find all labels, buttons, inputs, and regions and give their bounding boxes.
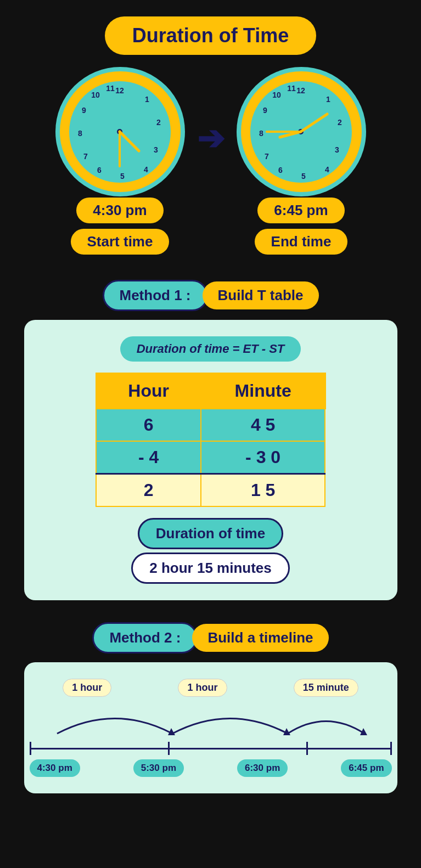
svg-text:4: 4 — [325, 165, 329, 174]
svg-text:2: 2 — [156, 118, 161, 127]
svg-text:10: 10 — [272, 91, 281, 99]
time-node-1: 5:30 pm — [133, 759, 184, 777]
duration-label: Duration of time — [138, 518, 283, 549]
clock2-wrapper: 12 1 2 3 4 5 6 7 8 9 10 11 — [241, 71, 362, 255]
svg-text:4: 4 — [144, 165, 148, 174]
svg-text:9: 9 — [82, 106, 86, 115]
page-title: Duration of Time — [105, 16, 316, 55]
method1-formula: Duration of time = ET - ST — [120, 336, 301, 362]
method2-title: Build a timeline — [192, 624, 328, 652]
clock2-inner: 12 1 2 3 4 5 6 7 8 9 10 11 — [250, 81, 352, 183]
clock2-time: 6:45 pm — [257, 198, 344, 223]
svg-text:7: 7 — [83, 152, 88, 161]
svg-text:2: 2 — [338, 118, 342, 127]
clocks-section: 12 1 2 3 4 5 6 7 8 9 10 11 — [11, 71, 410, 255]
clock2-svg: 12 1 2 3 4 5 6 7 8 9 10 11 — [250, 81, 352, 183]
timeline-section: 1 hour 1 hour 15 minute — [30, 679, 392, 777]
time-node-2: 6:30 pm — [237, 759, 288, 777]
arrow-right-icon: ➔ — [197, 119, 224, 157]
clock1-wrapper: 12 1 2 3 4 5 6 7 8 9 10 11 — [60, 71, 181, 255]
svg-text:6: 6 — [97, 166, 102, 174]
bar-2 — [170, 748, 306, 749]
method1-label: Method 1 : — [103, 280, 208, 311]
clock2-outer: 12 1 2 3 4 5 6 7 8 9 10 11 — [241, 71, 362, 192]
bar-1 — [31, 748, 168, 749]
svg-text:1: 1 — [145, 95, 149, 104]
svg-text:12: 12 — [115, 86, 124, 95]
t-table-row3-hour: 2 — [96, 474, 201, 507]
method2-header: Method 2 : Build a timeline — [92, 622, 328, 653]
svg-text:12: 12 — [296, 86, 305, 95]
time-node-3: 6:45 pm — [341, 759, 391, 777]
svg-text:8: 8 — [78, 129, 82, 138]
timeline-arcs-svg — [35, 698, 386, 742]
t-table-header-minute: Minute — [201, 374, 325, 409]
svg-text:3: 3 — [335, 145, 339, 154]
svg-line-30 — [301, 114, 327, 132]
svg-text:11: 11 — [106, 84, 115, 93]
svg-text:8: 8 — [259, 129, 263, 138]
clock1-time: 4:30 pm — [76, 198, 163, 223]
clock2-label: End time — [255, 229, 348, 255]
clock1-outer: 12 1 2 3 4 5 6 7 8 9 10 11 — [60, 71, 181, 192]
segment-label-2: 15 minute — [294, 679, 358, 697]
method2-label: Method 2 : — [92, 622, 198, 653]
tick-3 — [390, 742, 392, 755]
svg-text:1: 1 — [326, 95, 330, 104]
duration-value: 2 hour 15 minutes — [131, 553, 290, 584]
t-table-row1-hour: 6 — [96, 409, 201, 442]
t-table-row3-minute: 1 5 — [201, 474, 325, 507]
t-table-row2-minute: - 3 0 — [201, 441, 325, 474]
method2-box: 1 hour 1 hour 15 minute — [24, 662, 397, 793]
segment-label-0: 1 hour — [63, 679, 111, 697]
svg-text:3: 3 — [154, 145, 158, 154]
time-node-0: 4:30 pm — [30, 759, 80, 777]
method1-header: Method 1 : Build T table — [103, 280, 319, 311]
duration-result: Duration of time 2 hour 15 minutes — [131, 518, 290, 584]
svg-text:11: 11 — [287, 84, 296, 93]
method1-box: Duration of time = ET - ST Hour Minute 6… — [24, 320, 397, 600]
svg-text:6: 6 — [278, 166, 283, 174]
svg-text:5: 5 — [120, 172, 125, 181]
t-table-row1-minute: 4 5 — [201, 409, 325, 442]
t-table-row2-hour: - 4 — [96, 441, 201, 474]
bar-3 — [308, 748, 390, 749]
t-table-header-hour: Hour — [96, 374, 201, 409]
svg-text:7: 7 — [265, 152, 269, 161]
segment-label-1: 1 hour — [178, 679, 227, 697]
clock1-inner: 12 1 2 3 4 5 6 7 8 9 10 11 — [69, 81, 171, 183]
svg-line-13 — [120, 132, 139, 151]
t-table: Hour Minute 6 4 5 - 4 - 3 0 2 1 5 — [96, 373, 326, 507]
svg-text:10: 10 — [91, 91, 100, 99]
clock1-svg: 12 1 2 3 4 5 6 7 8 9 10 11 — [69, 81, 171, 183]
svg-text:9: 9 — [263, 106, 267, 115]
method1-title: Build T table — [203, 281, 319, 309]
clock1-label: Start time — [71, 229, 170, 255]
svg-text:5: 5 — [301, 172, 306, 181]
